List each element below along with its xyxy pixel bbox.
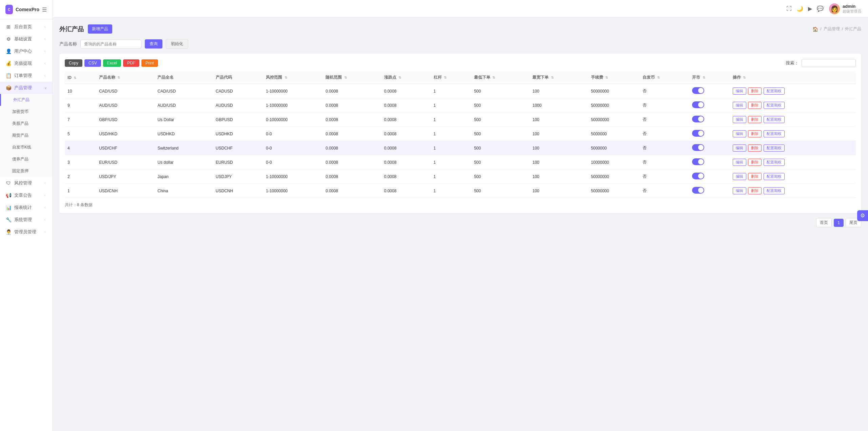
menu-toggle-icon[interactable]: ☰ xyxy=(42,6,47,13)
header-user[interactable]: 👩 admin 超级管理员 xyxy=(829,3,861,14)
toggle-open[interactable] xyxy=(692,116,704,122)
toggle-open[interactable] xyxy=(692,187,704,194)
sidebar-item-admin[interactable]: 👨‍💼 管理员管理 ﹤ xyxy=(0,226,52,238)
recharge-icon: 💰 xyxy=(5,61,12,66)
config-button[interactable]: 配置期权 xyxy=(764,173,785,180)
breadcrumb-separator: / xyxy=(820,27,821,32)
sidebar-item-crypto[interactable]: 加密货币 xyxy=(0,106,52,118)
excel-button[interactable]: Excel xyxy=(103,59,121,67)
toggle-open[interactable] xyxy=(692,158,704,165)
sidebar-item-basic-settings[interactable]: ⚙ 基础设置 ﹤ xyxy=(0,33,52,45)
cell-fee: 50000000 xyxy=(588,113,640,127)
sidebar-item-dashboard[interactable]: ⊞ 后台首页 ﹤ xyxy=(0,21,52,33)
config-button[interactable]: 配置期权 xyxy=(764,159,785,166)
user-info: admin 超级管理员 xyxy=(843,4,861,14)
chat-icon[interactable]: 💬 xyxy=(817,5,824,12)
sidebar-item-reports[interactable]: 📊 报表统计 ﹤ xyxy=(0,201,52,214)
edit-button[interactable]: 编辑 xyxy=(733,187,746,194)
config-button[interactable]: 配置期权 xyxy=(764,144,785,152)
sidebar-item-us-stocks[interactable]: 美股产品 xyxy=(0,118,52,130)
cell-actions: 编辑 删除 配置期权 xyxy=(730,155,856,170)
table-row: 10 CAD/USD CAD/USD CADUSD 1-10000000 0.0… xyxy=(65,84,856,98)
sidebar-item-label: 自发币K线 xyxy=(12,144,31,150)
config-button[interactable]: 配置期权 xyxy=(764,87,785,95)
edit-button[interactable]: 编辑 xyxy=(733,87,746,95)
cell-fee: 50000000 xyxy=(588,98,640,113)
sidebar-item-forex[interactable]: 外汇产品 xyxy=(0,94,52,106)
delete-button[interactable]: 删除 xyxy=(748,144,762,152)
delete-button[interactable]: 删除 xyxy=(748,173,762,180)
col-open: 开市 ⇅ xyxy=(689,71,730,84)
cell-risk: 0-10000000 xyxy=(263,113,323,127)
table-row: 3 EUR/USD Us dollar EURUSD 0-0 0.0008 0.… xyxy=(65,155,856,170)
copy-button[interactable]: Copy xyxy=(65,59,82,67)
page-1-button[interactable]: 1 xyxy=(834,219,844,227)
cell-full-name: Japan xyxy=(155,170,213,184)
home-breadcrumb-icon[interactable]: 🏠 xyxy=(812,26,818,32)
product-name-input[interactable] xyxy=(80,40,141,48)
cell-actions: 编辑 删除 配置期权 xyxy=(730,184,856,198)
toggle-open[interactable] xyxy=(692,144,704,151)
toggle-open[interactable] xyxy=(692,87,704,94)
pdf-button[interactable]: PDF xyxy=(123,59,139,67)
edit-button[interactable]: 编辑 xyxy=(733,144,746,152)
cell-min-order: 500 xyxy=(471,113,530,127)
edit-button[interactable]: 编辑 xyxy=(733,116,746,123)
toggle-open[interactable] xyxy=(692,130,704,137)
reset-button[interactable]: 初始化 xyxy=(166,39,188,49)
cell-random: 0.0008 xyxy=(323,155,381,170)
delete-button[interactable]: 删除 xyxy=(748,102,762,109)
config-button[interactable]: 配置期权 xyxy=(764,130,785,137)
edit-button[interactable]: 编辑 xyxy=(733,102,746,109)
sidebar-item-order-management[interactable]: 📋 订单管理 ﹤ xyxy=(0,70,52,82)
sidebar-item-fixed-pledge[interactable]: 固定质押 xyxy=(0,165,52,177)
delete-button[interactable]: 删除 xyxy=(748,159,762,166)
sidebar-item-futures[interactable]: 期货产品 xyxy=(0,130,52,141)
cell-code: USDCNH xyxy=(213,184,263,198)
username: admin xyxy=(843,4,861,9)
search-button[interactable]: 查询 xyxy=(145,39,162,48)
cell-name: CAD/USD xyxy=(96,84,155,98)
sidebar-item-product-management[interactable]: 📦 产品管理 ∨ xyxy=(0,82,52,94)
settings-float-button[interactable]: ⚙ xyxy=(857,210,868,221)
chevron-down-icon: ∨ xyxy=(44,86,47,90)
sidebar-item-label: 基础设置 xyxy=(14,36,32,42)
dark-mode-icon[interactable]: 🌙 xyxy=(796,5,803,12)
sidebar-item-risk-management[interactable]: 🛡 风控管理 ﹤ xyxy=(0,177,52,189)
config-button[interactable]: 配置期权 xyxy=(764,116,785,123)
sidebar-item-label: 加密货币 xyxy=(12,109,28,115)
arrow-icon: ﹤ xyxy=(43,217,47,222)
delete-button[interactable]: 删除 xyxy=(748,187,762,194)
sidebar-item-self-chart[interactable]: 自发币K线 xyxy=(0,141,52,153)
edit-button[interactable]: 编辑 xyxy=(733,173,746,180)
edit-button[interactable]: 编辑 xyxy=(733,159,746,166)
cell-currency: 否 xyxy=(640,84,689,98)
new-product-button[interactable]: 新增产品 xyxy=(88,24,112,34)
col-spread: 涨跌点 ⇅ xyxy=(381,71,431,84)
csv-button[interactable]: CSV xyxy=(84,59,101,67)
arrow-icon: ﹤ xyxy=(43,24,47,29)
config-button[interactable]: 配置期权 xyxy=(764,102,785,109)
first-page-button[interactable]: 首页 xyxy=(816,218,832,227)
edit-button[interactable]: 编辑 xyxy=(733,130,746,137)
delete-button[interactable]: 删除 xyxy=(748,87,762,95)
sidebar-item-bonds[interactable]: 债券产品 xyxy=(0,153,52,165)
sidebar-item-recharge[interactable]: 💰 充值提现 ﹤ xyxy=(0,57,52,70)
breadcrumb-product-mgmt[interactable]: 产品管理 xyxy=(824,26,840,32)
sidebar-item-system[interactable]: 🔧 系统管理 ﹤ xyxy=(0,214,52,226)
print-button[interactable]: Print xyxy=(141,59,158,67)
sidebar-item-user-center[interactable]: 👤 用户中心 ﹤ xyxy=(0,45,52,57)
config-button[interactable]: 配置期权 xyxy=(764,187,785,194)
toggle-open[interactable] xyxy=(692,101,704,108)
delete-button[interactable]: 删除 xyxy=(748,130,762,137)
play-icon[interactable]: ▶ xyxy=(808,5,812,12)
cell-code: CADUSD xyxy=(213,84,263,98)
sidebar-item-announcements[interactable]: 📢 文章公告 ﹤ xyxy=(0,189,52,201)
cell-currency: 否 xyxy=(640,98,689,113)
fullscreen-icon[interactable]: ⛶ xyxy=(786,6,792,12)
table-search-input[interactable] xyxy=(802,59,856,67)
toggle-open[interactable] xyxy=(692,173,704,179)
dashboard-icon: ⊞ xyxy=(5,24,12,30)
cell-max-order: 1000 xyxy=(530,98,588,113)
delete-button[interactable]: 删除 xyxy=(748,116,762,123)
